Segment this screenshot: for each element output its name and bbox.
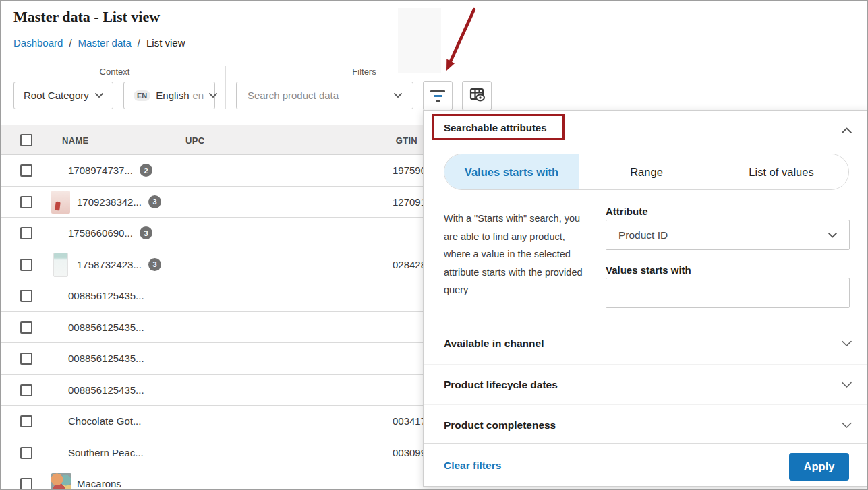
row-name[interactable]: 008856125435... (68, 384, 144, 396)
breadcrumb-current: List view (146, 37, 185, 49)
app-window: Master data - List view Dashboard / Mast… (0, 0, 868, 490)
chevron-up-icon (842, 124, 852, 136)
tab-range[interactable]: Range (579, 154, 714, 189)
values-starts-with-label: Values starts with (606, 264, 691, 276)
attribute-select-value: Product ID (618, 229, 668, 241)
accordion-product-completeness[interactable]: Product completeness (424, 404, 868, 445)
product-thumbnail (53, 253, 68, 277)
search-mode-description: With a "Starts with" search, you are abl… (444, 210, 594, 299)
language-dropdown[interactable]: EN English en (123, 82, 215, 109)
breadcrumb-separator: / (138, 37, 140, 49)
breadcrumb-master-data[interactable]: Master data (78, 37, 132, 49)
clear-filters-link[interactable]: Clear filters (444, 460, 501, 472)
row-name[interactable]: 1758660690... (68, 227, 133, 239)
accordion-title: Available in channel (444, 338, 544, 350)
language-dropdown-value: English (156, 90, 189, 101)
row-gtin: 197590 (393, 155, 426, 186)
row-checkbox[interactable] (20, 196, 32, 208)
variant-count-badge: 2 (140, 164, 152, 177)
row-gtin: 028428 (393, 249, 426, 280)
attribute-select[interactable]: Product ID (606, 220, 850, 250)
accordion-product-lifecycle-dates[interactable]: Product lifecycle dates (424, 364, 868, 404)
select-all-checkbox[interactable] (20, 134, 32, 146)
page-title: Master data - List view (13, 8, 160, 26)
attribute-label: Attribute (606, 206, 648, 217)
filters-panel: Searchable attributes Values starts with… (423, 110, 868, 487)
chevron-down-icon (842, 381, 852, 388)
row-checkbox[interactable] (20, 290, 32, 302)
row-gtin: 003099 (393, 437, 426, 468)
accordion-title: Product completeness (444, 419, 556, 431)
filters-panel-button[interactable] (423, 81, 453, 111)
apply-button[interactable]: Apply (789, 453, 849, 481)
row-checkbox[interactable] (20, 478, 32, 490)
search-product-dropdown[interactable]: Search product data (236, 82, 413, 109)
filter-icon (430, 90, 445, 102)
column-header-name[interactable]: NAME (62, 135, 88, 146)
row-checkbox[interactable] (20, 447, 32, 459)
row-checkbox[interactable] (20, 164, 32, 177)
column-header-upc[interactable]: UPC (185, 135, 204, 146)
variant-count-badge: 3 (148, 195, 161, 208)
watermark-area (398, 8, 441, 73)
product-thumbnail (51, 191, 70, 214)
search-placeholder: Search product data (248, 90, 339, 101)
variant-count-badge: 3 (140, 226, 152, 239)
row-name[interactable]: 1709238342... (77, 196, 142, 208)
row-checkbox[interactable] (20, 227, 32, 239)
row-checkbox[interactable] (20, 259, 32, 271)
accordion-available-in-channel[interactable]: Available in channel (424, 324, 868, 364)
chevron-down-icon (95, 93, 103, 98)
row-name[interactable]: 1708974737... (68, 164, 133, 176)
row-checkbox[interactable] (20, 321, 32, 334)
row-name[interactable]: Macarons (77, 478, 121, 489)
category-dropdown[interactable]: Root Category (13, 82, 113, 109)
tab-values-starts-with[interactable]: Values starts with (444, 154, 579, 189)
row-checkbox[interactable] (20, 353, 32, 365)
variant-count-badge: 3 (148, 258, 161, 271)
chevron-down-icon (842, 341, 852, 347)
row-name[interactable]: Southern Peac... (68, 447, 144, 458)
row-name[interactable]: 008856125435... (68, 321, 144, 333)
column-visibility-icon (469, 86, 486, 105)
language-code: en (192, 90, 204, 101)
row-name[interactable]: 008856125435... (68, 290, 144, 301)
chevron-down-icon (394, 93, 402, 98)
row-checkbox[interactable] (20, 415, 32, 427)
chevron-down-icon (842, 422, 852, 428)
accordion-title: Product lifecycle dates (444, 379, 558, 391)
category-dropdown-value: Root Category (24, 90, 89, 101)
toolbar-divider (225, 66, 226, 109)
breadcrumb: Dashboard / Master data / List view (13, 37, 185, 49)
collapse-panel-section[interactable] (842, 124, 852, 136)
tab-list-of-values[interactable]: List of values (714, 154, 848, 189)
panel-title: Searchable attributes (444, 122, 547, 133)
row-name[interactable]: 008856125435... (68, 353, 144, 364)
breadcrumb-separator: / (69, 37, 71, 49)
row-checkbox[interactable] (20, 384, 32, 396)
chevron-down-icon (209, 93, 217, 98)
search-mode-tabs: Values starts withRangeList of values (444, 154, 849, 190)
values-starts-with-input[interactable] (606, 278, 850, 308)
row-gtin: 127091 (393, 187, 426, 218)
column-header-gtin[interactable]: GTIN (372, 135, 417, 146)
panel-footer: Clear filters Apply (424, 443, 868, 487)
context-group-label: Context (13, 67, 216, 77)
product-thumbnail (51, 473, 71, 490)
breadcrumb-dashboard[interactable]: Dashboard (13, 37, 63, 49)
row-gtin: 003417 (393, 406, 426, 437)
chevron-down-icon (828, 233, 837, 238)
row-name[interactable]: Chocolate Got... (68, 415, 141, 427)
filters-group-label: Filters (236, 67, 492, 77)
column-visibility-button[interactable] (462, 81, 492, 111)
row-name[interactable]: 1758732423... (77, 259, 142, 270)
language-badge: EN (134, 90, 150, 101)
